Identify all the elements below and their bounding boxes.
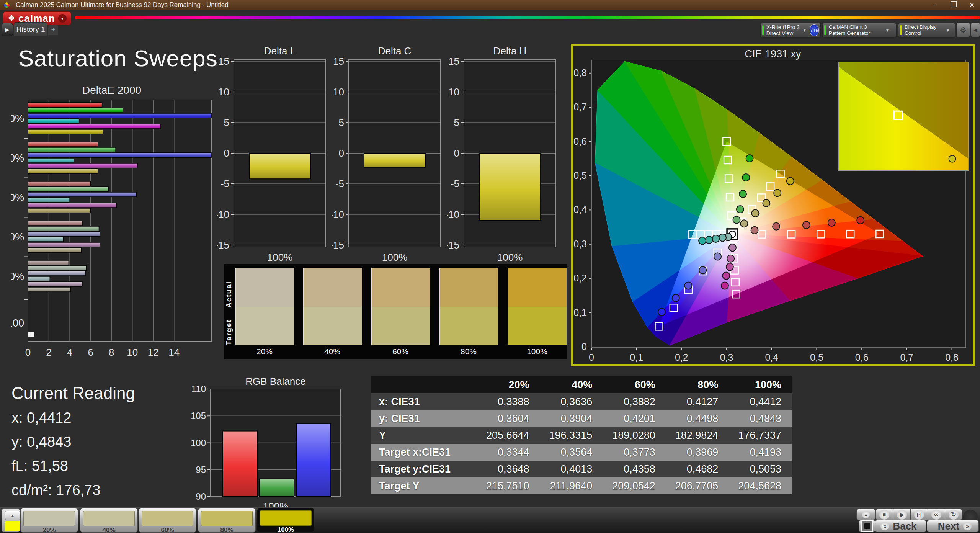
pattern-button-40%[interactable]: 40%: [80, 508, 138, 533]
pattern-swatch: [83, 511, 135, 526]
pattern-button-100%[interactable]: 100%: [257, 508, 314, 532]
table-cell: 209,0542: [603, 480, 666, 492]
minimize-button[interactable]: −: [931, 1, 939, 9]
table-cell: 189,0280: [603, 430, 666, 441]
pattern-label: 40%: [80, 526, 137, 533]
cie-measured-marker: [699, 237, 706, 244]
svg-text:0,1: 0,1: [630, 352, 643, 363]
play-button[interactable]: ▶: [893, 509, 911, 520]
svg-text:0,3: 0,3: [573, 239, 587, 249]
svg-text:0,1: 0,1: [573, 307, 587, 318]
deltae-bar: [28, 260, 69, 265]
deltae-bar: [28, 119, 79, 123]
page-title: Saturation Sweeps: [18, 45, 218, 72]
svg-text:CIE 1931 xy: CIE 1931 xy: [745, 48, 801, 60]
pattern-label: 20%: [21, 526, 78, 533]
tab-scroll-button[interactable]: ▶: [2, 23, 13, 36]
stop-button[interactable]: ■: [875, 509, 893, 520]
pattern-button-20%[interactable]: 20%: [20, 508, 78, 533]
add-tab-button[interactable]: +: [48, 25, 58, 35]
deltae-bar: [28, 158, 74, 163]
table-row-label: Target Y: [371, 480, 477, 492]
pattern-window-icon: [861, 520, 873, 532]
reading-value: cd/m²: 176,73: [11, 482, 135, 499]
meter-dropdown[interactable]: X-Rite i1Pro 3 Direct View ▼ 716: [760, 23, 821, 38]
deltae-bar: [28, 129, 103, 134]
reading-value: x: 0,4412: [11, 410, 135, 426]
svg-text:100: 100: [191, 438, 206, 448]
table-cell: 0,4682: [666, 463, 729, 475]
svg-text:RGB Balance: RGB Balance: [245, 377, 306, 387]
svg-text:15: 15: [448, 56, 459, 67]
table-cell: 196,3315: [540, 430, 603, 441]
pattern-swatch: [260, 510, 312, 526]
next-button[interactable]: Next »: [927, 520, 979, 532]
swatch-compare-40%: [303, 268, 362, 345]
deltae-2000-chart: DeltaE 200002468101214100%80%60%40%20%10…: [11, 86, 218, 358]
chevron-down-icon: ▼: [58, 14, 67, 23]
svg-text:0,8: 0,8: [573, 67, 587, 78]
pattern-window-button[interactable]: [859, 520, 875, 532]
meter-name: X-Rite i1Pro 3: [766, 24, 800, 30]
restore-button[interactable]: [949, 1, 958, 9]
window-title: Calman 2025 Calman Ultimate for Business…: [16, 1, 229, 9]
actual-swatch: [440, 268, 498, 307]
pattern-swatch: [142, 511, 193, 526]
svg-text:20%: 20%: [11, 271, 24, 282]
cie-measured-marker: [751, 209, 759, 217]
svg-text:15: 15: [333, 56, 344, 67]
back-button[interactable]: « Back: [875, 520, 926, 532]
swatch-compare-80%: [439, 268, 498, 345]
svg-text:0,3: 0,3: [720, 352, 733, 363]
cie-measured-marker: [685, 282, 692, 289]
collapse-panel-button[interactable]: ◀: [971, 22, 980, 38]
deltae-bar: [28, 108, 123, 113]
swatch-compare-100%: [508, 268, 567, 345]
delta-bar: [479, 153, 541, 221]
swatch-label: 60%: [371, 347, 430, 356]
chevron-up-icon: ▲: [11, 513, 15, 518]
svg-text:110: 110: [191, 384, 206, 394]
cie-measured-marker: [714, 253, 721, 260]
pattern-up-button[interactable]: ▲: [5, 511, 20, 520]
svg-text:5: 5: [224, 117, 229, 128]
continuous-measure-button[interactable]: ∞: [928, 509, 945, 520]
close-button[interactable]: ×: [968, 0, 976, 10]
table-cell: 0,3904: [540, 413, 603, 425]
reading-value: y: 0,4843: [11, 434, 135, 450]
table-row-label: y: CIE31: [371, 413, 477, 425]
pattern-button-80%[interactable]: 80%: [198, 508, 256, 533]
chevron-down-icon: ▼: [803, 28, 807, 33]
target-swatch: [372, 307, 430, 345]
table-cell: 0,4498: [666, 413, 729, 425]
transport-up-button[interactable]: ▲: [856, 509, 875, 520]
tab-label: History 1: [16, 25, 45, 34]
pattern-button-60%[interactable]: 60%: [139, 508, 196, 533]
table-row: Target y:CIE310,36480,40130,43580,46820,…: [371, 461, 792, 477]
svg-text:-10: -10: [332, 209, 344, 220]
table-column-header: 80%: [666, 379, 729, 391]
rgb-bar-green: [260, 479, 294, 497]
actual-swatch: [236, 268, 294, 307]
table-cell: 0,4127: [666, 396, 729, 408]
tab-history-1[interactable]: History 1: [14, 22, 47, 36]
cie-measured-marker: [733, 216, 740, 224]
measurement-table: 20%40%60%80%100%x: CIE310,33880,36360,38…: [371, 376, 792, 494]
cie-measured-marker: [737, 206, 744, 213]
pattern-label: 80%: [198, 526, 255, 533]
svg-text:10: 10: [127, 347, 138, 358]
cie-measured-marker: [857, 217, 864, 224]
pattern-generator-dropdown[interactable]: CalMAN Client 3 Pattern Generator ▼: [822, 23, 897, 38]
current-pattern-swatch: [5, 521, 20, 531]
target-swatch: [508, 307, 567, 345]
single-measure-button[interactable]: [·]: [910, 509, 928, 520]
settings-button[interactable]: ⚙: [956, 22, 970, 38]
refresh-button[interactable]: ↻: [945, 509, 962, 520]
table-row: x: CIE310,33880,36360,38820,41270,4412: [371, 393, 792, 410]
svg-text:0,7: 0,7: [900, 352, 914, 363]
chevrons-right-icon: »: [963, 522, 972, 530]
display-control-dropdown[interactable]: Direct Display Control ▼: [898, 23, 956, 38]
svg-text:0,4: 0,4: [573, 204, 587, 215]
actual-target-swatch-panel: ActualTarget20%40%60%80%100%: [224, 264, 567, 359]
cie-measured-marker: [699, 266, 706, 274]
